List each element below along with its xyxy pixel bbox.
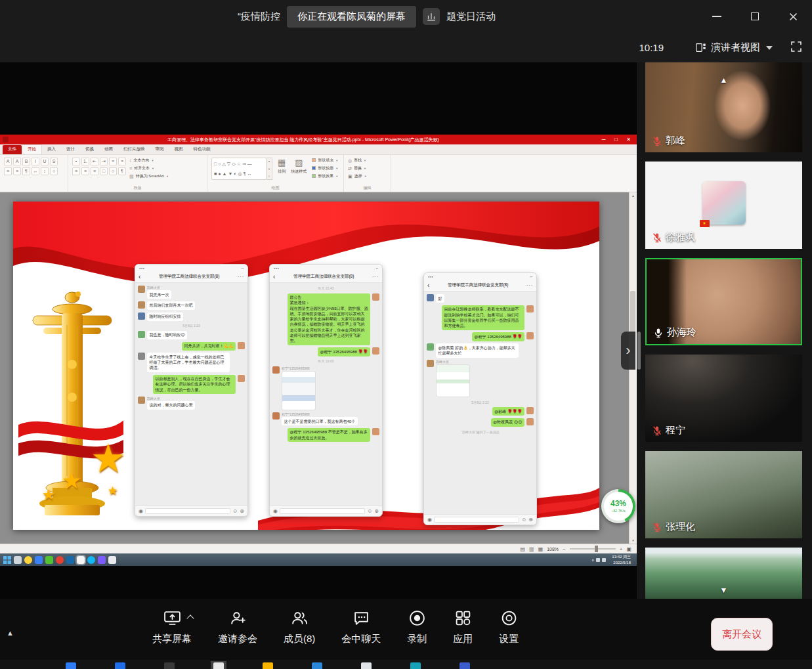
view-sorter-icon[interactable]: ▥	[529, 546, 534, 552]
fullscreen-button[interactable]	[790, 40, 803, 56]
taskbar-app-icon[interactable]	[260, 661, 276, 669]
ppt-tab-7[interactable]: 审阅	[150, 145, 169, 154]
ribbon-icon-button[interactable]: S	[50, 158, 58, 165]
ribbon-icon-button[interactable]: ⇤	[91, 158, 98, 165]
ribbon-button[interactable]: ▣选择▼	[348, 173, 367, 179]
toolbar-share-screen-button[interactable]: 共享屏幕	[152, 609, 192, 645]
ribbon-button[interactable]: ⇄替换▼	[348, 165, 367, 171]
ribbon-button[interactable]: 形状轮廓▼	[312, 165, 338, 171]
ribbon-icon-button[interactable]: ⇥	[100, 158, 108, 165]
network-stats-icon[interactable]	[423, 8, 440, 25]
taskbar-app-icon[interactable]	[66, 556, 74, 564]
ribbon-icon-button[interactable]: U	[41, 158, 49, 165]
tray-icon[interactable]	[596, 558, 600, 562]
taskbar-app-icon[interactable]	[45, 556, 53, 564]
ribbon-icon-button[interactable]: A	[13, 158, 21, 165]
participant-tile-孙海玲[interactable]: 孙海玲	[645, 258, 802, 345]
ribbon-icon-button[interactable]: ≡	[91, 167, 98, 175]
ppt-tab-5[interactable]: 动画	[99, 145, 118, 154]
ribbon-icon-button[interactable]: I	[32, 158, 39, 165]
taskbar-app-icon[interactable]	[408, 661, 423, 669]
maximize-button[interactable]	[736, 0, 774, 33]
hide-panel-button[interactable]: ›	[621, 332, 635, 370]
ribbon-button[interactable]: ≡对齐文本▼	[129, 165, 169, 171]
network-speed-badge[interactable]: 43% ↓32.7K/s	[601, 489, 635, 523]
ribbon-button[interactable]: 形状填充▼	[312, 158, 338, 163]
ribbon-icon-button[interactable]: 1.	[81, 158, 89, 165]
ribbon-button[interactable]: ▥转换为 SmartArt▼	[129, 173, 169, 179]
participant-tile-郭峰[interactable]: ▲郭峰	[645, 62, 802, 152]
ribbon-big-button[interactable]: ▦排列	[276, 158, 288, 175]
taskbar-app-icon[interactable]	[161, 661, 177, 669]
ribbon-icon-button[interactable]: □	[100, 167, 108, 175]
participant-tile-张理化[interactable]: 张理化	[645, 451, 802, 538]
ribbon-button[interactable]: ↕文本方向▼	[129, 158, 169, 163]
ribbon-icon-button[interactable]: ○	[50, 167, 58, 175]
ribbon-big-button[interactable]: ▨快速样式	[289, 158, 309, 175]
ppt-tab-9[interactable]: 特色功能	[188, 145, 216, 154]
panel-scrollbar[interactable]	[637, 332, 641, 370]
ribbon-icon-button[interactable]: ≡	[72, 167, 80, 175]
toolbar-settings-button[interactable]: 设置	[499, 609, 519, 645]
shapes-gallery-scroll[interactable]: ▲▼≡	[267, 158, 272, 180]
zoom-slider-knob[interactable]	[595, 546, 598, 552]
tray-icon[interactable]	[602, 558, 606, 562]
ppt-tab-0[interactable]: 文件	[3, 145, 22, 154]
ribbon-icon-button[interactable]: ○	[109, 167, 117, 175]
taskbar-app-icon[interactable]	[112, 661, 128, 669]
shapes-gallery[interactable]: □○△▽◇☆⇒—■●▲▼◐◎¶↔ ▲▼≡	[211, 158, 272, 180]
zoom-out-button[interactable]: −	[563, 546, 566, 552]
ppt-tab-6[interactable]: 幻灯片放映	[118, 145, 150, 154]
taskbar-app-icon[interactable]	[63, 661, 79, 669]
system-tray[interactable]: ∧	[591, 557, 606, 562]
participant-tile-partial[interactable]: ▼	[645, 548, 802, 599]
toolbar-invite-button[interactable]: 邀请参会	[218, 609, 257, 645]
taskbar-app-icon[interactable]	[87, 556, 95, 564]
minimize-button[interactable]	[698, 0, 736, 33]
ribbon-icon-button[interactable]: ¶	[118, 167, 126, 175]
taskbar-app-icon[interactable]	[98, 556, 106, 564]
leave-meeting-button[interactable]: 离开会议	[711, 618, 773, 651]
ribbon-button[interactable]: 形状效果▼	[312, 173, 338, 179]
ppt-tab-8[interactable]: 视图	[169, 145, 188, 154]
ribbon-icon-button[interactable]: ≡	[4, 167, 12, 175]
scroll-down-icon[interactable]: ▼	[645, 586, 802, 595]
taskbar-app-icon[interactable]	[358, 661, 374, 669]
ribbon-icon-button[interactable]: ↕	[41, 167, 49, 175]
ribbon-icon-button[interactable]: A	[4, 158, 12, 165]
ppt-tab-1[interactable]: 开始	[22, 144, 42, 154]
ribbon-icon-button[interactable]: ↔	[32, 167, 39, 175]
view-slideshow-icon[interactable]: ▦	[538, 546, 544, 552]
ribbon-icon-button[interactable]: ≡	[81, 167, 89, 175]
toolbar-apps-button[interactable]: 应用	[453, 609, 473, 645]
close-button[interactable]	[774, 0, 812, 33]
zoom-slider[interactable]	[570, 548, 616, 550]
scroll-up-icon[interactable]: ▲	[645, 76, 802, 85]
taskbar-app-icon[interactable]	[211, 661, 226, 669]
taskbar-app-icon[interactable]	[24, 556, 32, 564]
ribbon-icon-button[interactable]: ≡	[118, 158, 126, 165]
share-options-caret-icon[interactable]	[186, 615, 194, 622]
ppt-tab-4[interactable]: 切换	[80, 145, 99, 154]
taskbar-app-icon[interactable]	[108, 556, 116, 564]
toolbar-chat-button[interactable]: 会中聊天	[341, 609, 381, 645]
taskbar-app-icon[interactable]	[14, 556, 22, 564]
taskbar-app-icon[interactable]	[77, 556, 85, 564]
zoom-in-button[interactable]: +	[620, 546, 623, 552]
ribbon-icon-button[interactable]: ≡	[13, 167, 21, 175]
view-mode-switch[interactable]: 演讲者视图	[695, 41, 773, 54]
participant-tile-徐雅飒[interactable]: ★徐雅飒	[645, 162, 802, 249]
toolbar-members-button[interactable]: 成员(8)	[284, 609, 315, 645]
taskbar-app-icon[interactable]	[309, 661, 325, 669]
view-normal-icon[interactable]: ▤	[521, 546, 526, 552]
ribbon-icon-button[interactable]: •	[72, 158, 80, 165]
toolbar-record-button[interactable]: 录制	[407, 609, 427, 645]
ribbon-icon-button[interactable]: ≡	[109, 158, 117, 165]
ppt-tab-2[interactable]: 插入	[42, 145, 61, 154]
shared-screen-area[interactable]: 工商管理、法律事务教研室联合党支部开展“疫情防控显担当 能力作风经考验”主题党日…	[0, 62, 637, 599]
taskbar-app-icon[interactable]	[457, 661, 473, 669]
ribbon-icon-button[interactable]: ¶	[22, 167, 30, 175]
expand-toolbar-icon[interactable]: ▲	[7, 629, 14, 637]
participant-tile-程宁[interactable]: 程宁	[645, 355, 802, 442]
ribbon-icon-button[interactable]: B	[22, 158, 30, 165]
